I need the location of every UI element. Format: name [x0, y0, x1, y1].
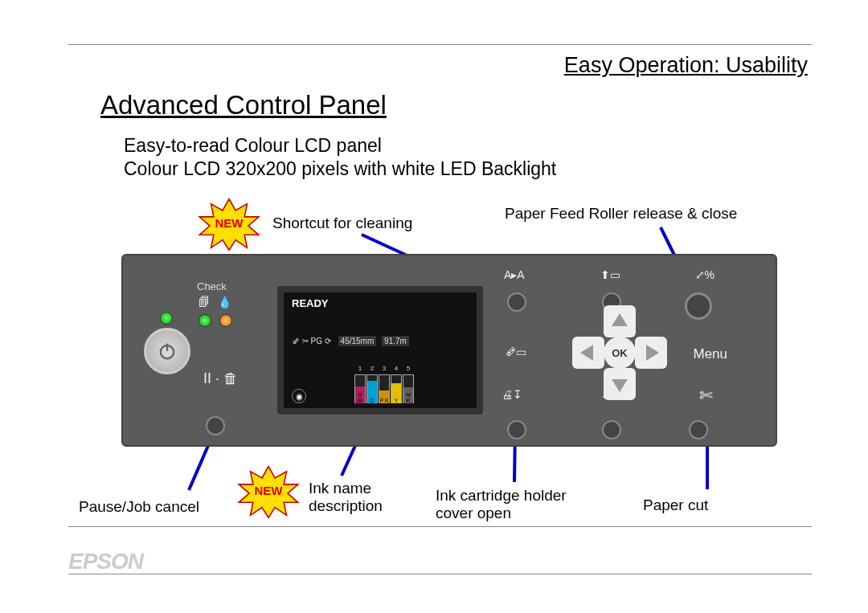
ink-tank: 3P K: [379, 374, 390, 403]
new-badge-cleaning: NEW: [197, 198, 261, 251]
control-panel: Check 🗐 💧 II · 🗑 READY 🗞 ✂ PG ⟳ 45/15mm …: [121, 254, 777, 447]
dpad-up[interactable]: [604, 305, 636, 337]
pause-trash-icon: II · 🗑: [203, 370, 238, 387]
check-label: Check: [197, 280, 227, 292]
svg-marker-19: [646, 345, 659, 361]
feed-up-icon: ⬆▭: [600, 268, 620, 281]
ok-button[interactable]: OK: [604, 337, 636, 369]
clean-shortcut-button[interactable]: [507, 292, 526, 312]
ink-tank: 2C: [366, 374, 378, 403]
bottom-rule-1: [68, 526, 812, 527]
check-led-orange: [219, 314, 232, 327]
lcd-status: READY: [292, 297, 329, 309]
paper-icon: 🗐: [199, 296, 210, 309]
check-led-green: [199, 314, 211, 327]
ink-tank: 5M K: [403, 374, 414, 403]
callout-shortcut-cleaning: Shortcut for cleaning: [272, 215, 412, 232]
disc-icon: ◉: [292, 389, 306, 403]
callout-ink-name: Ink name description: [309, 480, 383, 515]
cartridge-cover-button[interactable]: [507, 420, 526, 439]
pause-cancel-button[interactable]: [206, 416, 225, 435]
svg-marker-16: [612, 313, 628, 326]
new-badge-ink-name: NEW: [236, 466, 301, 518]
callout-cartridge: Ink cartridge holder cover open: [436, 487, 567, 522]
ink-tank: 1V M: [354, 374, 366, 403]
power-icon: [156, 340, 178, 362]
dpad-left[interactable]: [572, 337, 604, 369]
dpad: OK: [572, 305, 667, 400]
ink-tank: 4Y: [391, 374, 402, 403]
dpad-down[interactable]: [604, 368, 636, 400]
power-led: [160, 312, 173, 325]
roller-icon: ⤢%: [695, 268, 714, 281]
lcd-info: 🗞 ✂ PG ⟳ 45/15mm 91.7m: [292, 337, 409, 345]
subtitle-2: Colour LCD 320x200 pixels with white LED…: [124, 158, 556, 180]
menu-label: Menu: [693, 346, 727, 362]
power-button[interactable]: [144, 328, 190, 374]
dpad-right[interactable]: [635, 337, 667, 369]
top-rule: [68, 44, 812, 45]
paper-cut-button[interactable]: [689, 420, 708, 439]
ink-drop-icon: 💧: [218, 296, 231, 309]
subtitle-1: Easy-to-read Colour LCD panel: [124, 135, 382, 157]
header-category: Easy Operation: Usability: [564, 53, 808, 78]
roll-sheet-icon: 🗞▭: [505, 345, 526, 358]
auto-a-icon: A▸A: [504, 268, 525, 281]
svg-marker-18: [580, 345, 593, 361]
svg-marker-17: [612, 379, 628, 392]
feed-down-button[interactable]: [602, 420, 621, 439]
bottom-rule-2: [68, 574, 812, 574]
roller-release-button[interactable]: [685, 292, 712, 320]
scissors-icon: ✄: [699, 386, 713, 405]
callout-paper-feed: Paper Feed Roller release & close: [505, 205, 737, 223]
lcd-screen: READY 🗞 ✂ PG ⟳ 45/15mm 91.7m 1V M2C3P K4…: [277, 286, 483, 415]
callout-paper-cut: Paper cut: [643, 497, 708, 514]
callout-pause: Pause/Job cancel: [79, 498, 199, 516]
page-title: Advanced Control Panel: [100, 90, 387, 121]
cartridge-icon: 🖨↧: [502, 388, 522, 401]
ink-tanks: 1V M2C3P K4Y5M K: [354, 374, 414, 403]
epson-logo: EPSON: [68, 549, 143, 574]
